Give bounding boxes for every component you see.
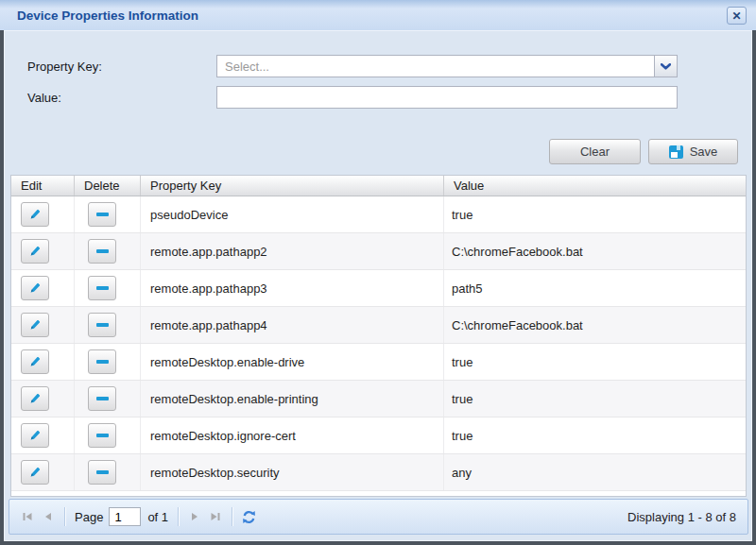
- edit-cell: [11, 454, 75, 490]
- clear-button-label: Clear: [580, 145, 610, 159]
- delete-button[interactable]: [88, 386, 116, 411]
- column-header-property-key[interactable]: Property Key: [141, 176, 444, 196]
- edit-cell: [11, 344, 75, 380]
- pencil-icon: [28, 318, 42, 332]
- property-key-cell: remote.app.pathapp3: [141, 281, 267, 296]
- previous-page-icon: [41, 509, 56, 524]
- delete-button[interactable]: [88, 202, 116, 227]
- grid-row: pseudoDevice true: [11, 196, 746, 233]
- property-key-cell-wrap: remote.app.pathapp3: [141, 270, 444, 306]
- property-key-cell-wrap: remote.app.pathapp2: [141, 233, 444, 269]
- delete-cell: [75, 233, 141, 269]
- delete-button[interactable]: [88, 460, 116, 485]
- property-key-cell: remote.app.pathapp2: [141, 245, 267, 259]
- minus-icon: [96, 286, 109, 290]
- edit-button[interactable]: [21, 349, 49, 374]
- minus-icon: [96, 397, 109, 400]
- edit-cell: [11, 233, 75, 269]
- page-label: Page: [75, 510, 103, 524]
- next-page-icon: [187, 509, 202, 524]
- delete-button[interactable]: [88, 276, 116, 300]
- last-page-button[interactable]: [205, 506, 226, 527]
- paging-toolbar: Page of 1 Displaying 1 - 8 of 8: [9, 499, 748, 535]
- pencil-icon: [28, 281, 42, 295]
- minus-icon: [96, 360, 109, 364]
- value-cell: true: [444, 355, 472, 369]
- value-cell: C:\chromeFacebook.bat: [444, 318, 583, 332]
- property-key-cell-wrap: remoteDesktop.enable-printing: [141, 381, 444, 417]
- page-number-input[interactable]: [109, 507, 141, 526]
- column-header-delete[interactable]: Delete: [75, 176, 141, 196]
- property-key-cell: remoteDesktop.ignore-cert: [141, 429, 296, 443]
- paging-status: Displaying 1 - 8 of 8: [627, 510, 740, 524]
- next-page-button[interactable]: [184, 506, 205, 527]
- edit-button[interactable]: [21, 423, 49, 448]
- edit-cell: [11, 196, 75, 232]
- value-label: Value:: [27, 91, 61, 105]
- close-button[interactable]: ✕: [727, 7, 747, 25]
- previous-page-button[interactable]: [38, 506, 59, 527]
- column-header-value[interactable]: Value: [444, 176, 746, 196]
- edit-button[interactable]: [21, 313, 49, 337]
- toolbar-separator: [178, 507, 179, 526]
- chevron-down-icon: [661, 63, 671, 70]
- value-cell-wrap: true: [444, 344, 746, 380]
- delete-button[interactable]: [88, 313, 116, 337]
- save-button-label: Save: [690, 145, 718, 159]
- delete-cell: [75, 454, 141, 490]
- edit-cell: [11, 381, 75, 417]
- property-key-cell: pseudoDevice: [141, 208, 228, 222]
- value-cell: path5: [444, 281, 483, 296]
- pencil-icon: [28, 245, 42, 258]
- value-cell: C:\chromeFacebook.bat: [444, 245, 583, 259]
- grid-row: remoteDesktop.enable-drive true: [11, 344, 746, 381]
- dialog-title: Device Properties Information: [0, 9, 198, 23]
- grid-header: Edit Delete Property Key Value: [11, 176, 746, 196]
- refresh-icon: [241, 509, 257, 525]
- value-cell-wrap: true: [444, 417, 746, 453]
- property-key-select[interactable]: Select...: [216, 55, 678, 77]
- refresh-button[interactable]: [238, 506, 259, 527]
- toolbar-separator: [64, 507, 65, 526]
- edit-button[interactable]: [21, 276, 49, 300]
- value-cell-wrap: true: [444, 381, 746, 417]
- edit-button[interactable]: [21, 386, 49, 411]
- minus-icon: [96, 470, 109, 474]
- clear-button[interactable]: Clear: [549, 139, 641, 164]
- property-key-cell-wrap: pseudoDevice: [141, 196, 444, 232]
- delete-cell: [75, 307, 141, 343]
- delete-button[interactable]: [88, 423, 116, 448]
- minus-icon: [96, 434, 109, 437]
- grid-row: remoteDesktop.ignore-cert true: [11, 417, 746, 454]
- first-page-button[interactable]: [17, 506, 38, 527]
- edit-cell: [11, 270, 75, 306]
- device-properties-dialog: Device Properties Information ✕ Property…: [0, 0, 756, 545]
- grid-row: remoteDesktop.enable-printing true: [11, 381, 746, 417]
- value-cell-wrap: any: [444, 454, 746, 490]
- pencil-icon: [28, 392, 42, 405]
- property-key-cell: remoteDesktop.enable-drive: [141, 355, 304, 369]
- grid-row: remote.app.pathapp2 C:\chromeFacebook.ba…: [11, 233, 746, 270]
- delete-button[interactable]: [88, 349, 116, 374]
- value-input[interactable]: [216, 86, 678, 109]
- value-cell-wrap: path5: [444, 270, 746, 306]
- save-button[interactable]: Save: [648, 139, 738, 164]
- edit-button[interactable]: [21, 460, 49, 485]
- pencil-icon: [28, 466, 42, 479]
- property-key-cell-wrap: remote.app.pathapp4: [141, 307, 444, 343]
- toolbar-separator: [232, 507, 232, 526]
- edit-button[interactable]: [21, 202, 49, 227]
- dialog-titlebar: Device Properties Information ✕: [0, 0, 756, 30]
- value-cell: true: [444, 392, 472, 406]
- value-cell-wrap: C:\chromeFacebook.bat: [444, 233, 746, 269]
- grid-row: remote.app.pathapp4 C:\chromeFacebook.ba…: [11, 307, 746, 344]
- properties-grid: Edit Delete Property Key Value pseudoDev…: [10, 175, 747, 497]
- pencil-icon: [28, 429, 42, 442]
- delete-button[interactable]: [88, 239, 116, 264]
- pencil-icon: [28, 208, 42, 221]
- property-key-cell: remoteDesktop.enable-printing: [141, 392, 318, 406]
- dropdown-trigger[interactable]: [654, 56, 677, 77]
- edit-button[interactable]: [21, 239, 49, 264]
- value-cell: true: [444, 429, 472, 443]
- column-header-edit[interactable]: Edit: [11, 176, 75, 196]
